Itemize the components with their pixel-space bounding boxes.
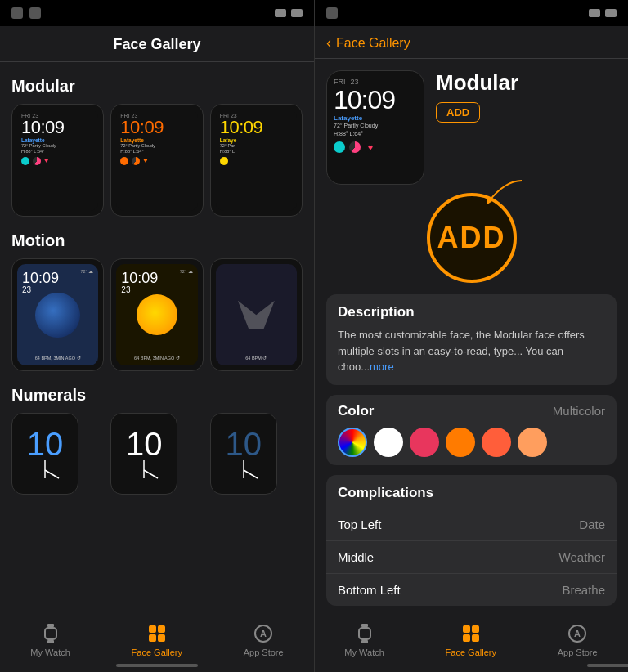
modular-watch-3[interactable]: FRI 23 10:09 Lafaye 72° ParH:88° L [210,104,303,217]
svg-text:A: A [574,629,581,638]
nav-app-store-right[interactable]: A App Store [558,623,598,657]
swatch-orange[interactable] [446,428,475,457]
complication-row-top-left[interactable]: Top Left Date [326,508,617,540]
svg-rect-17 [361,624,368,627]
status-dots-left [11,7,41,19]
motion-bpm-1: 64 BPM, 3MIN AGO ↺ [17,356,98,361]
detail-time: 10:09 [334,86,417,114]
nav-app-store-label-left: App Store [244,647,284,657]
modular-watch-2[interactable]: FRI 23 10:09 Lafayette 72° Partly Cloudy… [110,104,203,217]
more-link[interactable]: more [370,361,394,373]
numeral-hands-2 [123,460,164,481]
watch-location-2: Lafayette [120,137,193,143]
complication-row-middle[interactable]: Middle Weather [326,540,617,573]
status-dot-1 [11,7,23,19]
detail-info: Modular ADD [436,70,617,123]
nav-face-gallery-label-right: Face Gallery [446,647,496,657]
complication-row-bottom-left[interactable]: Bottom Left Breathe [326,573,617,606]
complication-value-2: Breathe [562,583,605,597]
watch-screen-2: FRI 23 10:09 Lafayette 72° Partly Cloudy… [116,110,197,211]
svg-rect-19 [463,625,470,633]
svg-rect-6 [45,628,56,639]
complication-value-1: Weather [559,550,605,564]
watch-icon-right [354,623,375,644]
complications-title: Complications [326,475,617,508]
add-circle-text: ADD [437,221,506,255]
detail-weather-1: 72° Partly Cloudy [334,123,378,128]
modular-grid: FRI 23 10:09 Lafayette 72° Partly Cloudy… [11,104,303,217]
color-value: Multicolor [553,404,605,418]
nav-face-gallery-left[interactable]: Face Gallery [132,623,182,657]
watch-time-2: 10:09 [120,119,193,137]
swatch-coral[interactable] [482,428,511,457]
section-label-numerals: Numerals [11,371,303,413]
complication-name-2: Bottom Left [338,583,401,597]
svg-rect-7 [47,624,54,627]
color-swatches [338,428,605,457]
comp-rings-orange [132,157,140,165]
watch-location-3: Lafaye [220,137,293,143]
svg-rect-10 [158,625,165,633]
motion-watch-1[interactable]: 72° ☁ 10:09 23 64 BPM, 3MIN AGO ↺ [11,258,104,371]
watch-complications-1: ♥ [21,157,94,165]
motion-big-time-2: 10:09 [121,271,158,285]
numeral-watch-1[interactable]: 10 [11,413,78,495]
add-overlay-section: ADD [315,193,628,294]
numeral-watch-2[interactable]: 10 [110,413,177,495]
motion-time-label-1: 10:09 23 [22,271,59,294]
swatch-white[interactable] [374,428,403,457]
home-indicator-left [116,664,198,667]
motion-watch-3[interactable]: 64 BPM ↺ [210,258,303,371]
detail-comp-rings [349,141,361,153]
nav-face-gallery-right[interactable]: Face Gallery [446,623,496,657]
right-header[interactable]: ‹ Face Gallery [315,26,628,59]
swatch-pink[interactable] [410,428,439,457]
blob-blue-1 [35,293,80,338]
detail-comp-teal [334,141,345,153]
right-status-dot-1 [326,7,338,19]
butterfly-shape [238,301,275,329]
motion-watch-2[interactable]: 72° ☁ 10:09 23 64 BPM, 3MIN AGO ↺ [110,258,203,371]
watch-weather-2: 72° Partly CloudyH:88° L:64° [120,143,193,155]
detail-weather: 72° Partly Cloudy H:88° L:64° [334,122,417,138]
numeral-hands-1 [25,460,65,481]
detail-weather-2: H:88° L:64° [334,131,363,137]
svg-rect-21 [463,634,470,642]
comp-heart-1: ♥ [44,157,52,165]
bottom-nav-right: My Watch Face Gallery A App Store [314,607,628,672]
svg-line-5 [244,470,258,478]
detail-watch-preview: FRI 23 10:09 Lafayette 72° Partly Cloudy… [326,70,424,185]
left-content: Modular FRI 23 10:09 Lafayette 72° Partl… [0,62,314,672]
numeral-watch-3[interactable]: 10 [210,413,277,495]
svg-rect-9 [149,625,156,633]
comp-orange-1 [120,157,128,165]
watch-weather-3: 72° ParH:88° L [220,143,293,155]
svg-rect-12 [158,634,165,642]
right-status-dot-left [326,7,338,19]
right-status-icon-1 [589,9,600,17]
nav-my-watch-right[interactable]: My Watch [344,623,384,657]
complication-value-0: Date [579,517,605,531]
color-label: Color [338,403,374,419]
complication-name-0: Top Left [338,517,381,531]
svg-rect-22 [472,634,479,642]
section-label-modular: Modular [11,62,303,104]
svg-rect-20 [472,625,479,633]
watch-time-1: 10:09 [21,119,94,137]
svg-rect-16 [359,628,370,639]
add-button[interactable]: ADD [436,102,480,123]
nav-app-store-left[interactable]: A App Store [244,623,284,657]
nav-my-watch-left[interactable]: My Watch [30,623,70,657]
watch-complications-3 [220,157,293,165]
swatch-light-orange[interactable] [518,428,547,457]
swatch-multicolor[interactable] [338,428,367,457]
watch-screen-1: FRI 23 10:09 Lafayette 72° Partly Cloudy… [17,110,98,211]
back-label: Face Gallery [336,36,410,51]
color-header-row: Color Multicolor [338,403,605,419]
watch-weather-1: 72° Partly CloudyH:88° L:64° [21,143,94,155]
modular-watch-1[interactable]: FRI 23 10:09 Lafayette 72° Partly Cloudy… [11,104,104,217]
complication-name-1: Middle [338,550,374,564]
comp-heart-2: ♥ [143,157,151,165]
watch-complications-2: ♥ [120,157,193,165]
detail-comp-heart: ♥ [365,141,376,153]
